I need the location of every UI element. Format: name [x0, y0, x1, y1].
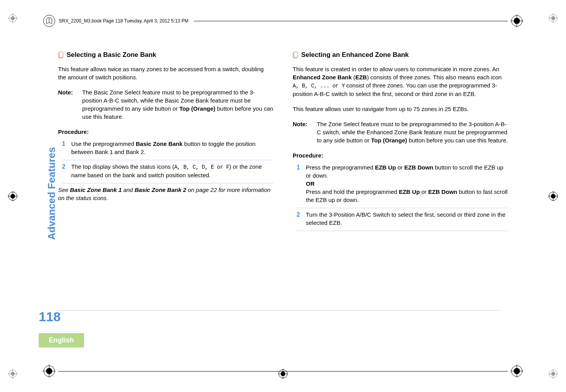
- step-body: Press the preprogrammed EZB Up or EZB Do…: [306, 163, 508, 204]
- header-text: SRX_2200_M3.book Page 118 Tuesday, April…: [56, 18, 192, 24]
- procedure-step: 1 Use the preprogrammed Basic Zone Bank …: [62, 140, 273, 160]
- step-body: Use the preprogrammed Basic Zone Bank bu…: [71, 140, 273, 156]
- language-badge: English: [39, 333, 84, 347]
- registration-mark-icon: [43, 365, 56, 378]
- or-label: OR: [306, 180, 315, 187]
- left-column: Selecting a Basic Zone Bank This feature…: [58, 46, 273, 334]
- page-number: 118: [39, 308, 61, 326]
- step-body: The top display shows the status icons (…: [71, 163, 273, 180]
- heading-enhanced-zone-bank: Selecting an Enhanced Zone Bank: [293, 50, 508, 60]
- step-body: Turn the 3-Position A/B/C Switch to sele…: [306, 211, 508, 227]
- note-body: The Zone Select feature must to be prepr…: [317, 120, 508, 144]
- intro-paragraph-2: This feature allows user to navigate fro…: [293, 105, 508, 113]
- note-label: Note:: [58, 88, 73, 121]
- step-number: 2: [297, 211, 302, 227]
- note-block: Note: The Basic Zone Select feature must…: [58, 88, 273, 121]
- heading-text: Selecting a Basic Zone Bank: [67, 50, 156, 60]
- crop-mark-icon: [8, 369, 18, 379]
- crop-mark-icon: [8, 13, 18, 23]
- procedure-step: 2 Turn the 3-Position A/B/C Switch to se…: [297, 211, 508, 231]
- header-rule: [194, 21, 508, 21]
- page-header-strip: SRX_2200_M3.book Page 118 Tuesday, April…: [43, 14, 523, 28]
- step-number: 1: [297, 163, 302, 204]
- page-footer-strip: [43, 364, 523, 378]
- step-number: 2: [62, 163, 67, 180]
- intro-paragraph: This feature allows twice as many zones …: [58, 65, 273, 81]
- see-also-footnote: See Basic Zone Bank 1 and Basic Zone Ban…: [58, 186, 273, 202]
- note-label: Note:: [293, 120, 307, 144]
- right-column: Selecting an Enhanced Zone Bank This fea…: [293, 46, 508, 334]
- note-body: The Basic Zone Select feature must to be…: [82, 88, 273, 121]
- registration-mark-icon: [510, 365, 523, 378]
- footer-rule: [58, 371, 508, 371]
- procedure-label: Procedure:: [58, 128, 273, 136]
- topic-icon: [58, 51, 63, 58]
- svg-rect-45: [294, 52, 298, 57]
- crop-mark-icon: [548, 369, 558, 379]
- heading-basic-zone-bank: Selecting a Basic Zone Bank: [58, 50, 273, 60]
- procedure-step: 1 Press the preprogrammed EZB Up or EZB …: [297, 163, 508, 208]
- book-icon: [43, 14, 56, 27]
- step-number: 1: [62, 140, 67, 156]
- registration-mark-icon: [510, 14, 523, 27]
- procedure-label: Procedure:: [293, 151, 508, 159]
- section-side-label: Advanced Features: [45, 147, 58, 240]
- intro-paragraph: This feature is created in order to allo…: [293, 65, 508, 98]
- crop-mark-icon: [548, 13, 558, 23]
- registration-mark-icon: [8, 191, 18, 201]
- topic-icon: [293, 51, 298, 58]
- procedure-step: 2 The top display shows the status icons…: [62, 163, 273, 184]
- registration-mark-icon: [548, 191, 558, 201]
- note-block: Note: The Zone Select feature must to be…: [293, 120, 508, 144]
- svg-rect-43: [59, 52, 63, 57]
- heading-text: Selecting an Enhanced Zone Bank: [301, 50, 409, 60]
